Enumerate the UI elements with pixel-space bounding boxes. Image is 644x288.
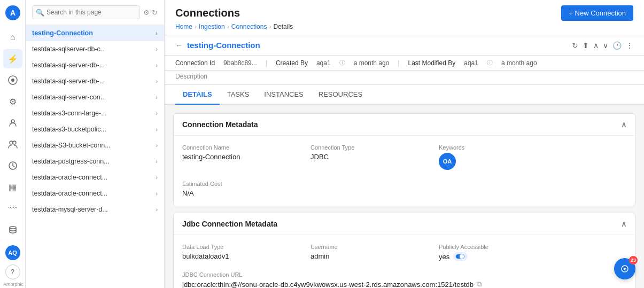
ingestion-nav-icon[interactable]: ⚡: [3, 49, 22, 68]
sidebar-item-testing-connection[interactable]: testing-Connection ›: [26, 25, 164, 41]
back-button[interactable]: ←: [175, 41, 183, 50]
chevron-right-icon: ›: [156, 126, 158, 133]
estimated-cost-value: N/A: [182, 189, 289, 197]
tab-resources[interactable]: RESOURCES: [311, 85, 370, 105]
filter-icon[interactable]: ⚙: [143, 9, 150, 17]
connection-name-label: Connection Name: [182, 144, 289, 151]
publicly-accessible-toggle: [453, 252, 468, 261]
user-nav-icon[interactable]: [3, 113, 22, 133]
sidebar-item-7[interactable]: testdata-S3-bucket-conn... ›: [26, 137, 164, 153]
detail-header: ← testing-Connection ↻ ⬆ ∧ ∨ 🕐 ⋮: [165, 35, 644, 56]
svg-point-4: [11, 120, 14, 123]
wave-nav-icon[interactable]: 〰: [3, 199, 22, 218]
left-navigation: A ⌂ ⚡ ⚙ ▦ 〰: [0, 0, 26, 288]
user-avatar[interactable]: AQ: [5, 245, 20, 260]
last-modified-time: a month ago: [501, 59, 537, 67]
search-input[interactable]: [32, 5, 140, 19]
more-options-icon[interactable]: ⋮: [626, 41, 633, 50]
tab-details[interactable]: DETAILS: [175, 85, 220, 105]
tab-tasks[interactable]: TASKS: [220, 85, 257, 105]
sidebar-item-label: testdata-sqlserver-db-c...: [32, 45, 156, 53]
share-icon[interactable]: ⬆: [583, 41, 589, 50]
chevron-right-icon: ›: [156, 94, 158, 100]
sidebar-item-label: testdata-mysql-server-d...: [32, 206, 156, 213]
storage-nav-icon[interactable]: [3, 220, 22, 239]
expand-down-icon[interactable]: ∨: [603, 41, 608, 50]
sidebar-item-11[interactable]: testdata-mysql-server-d... ›: [26, 201, 164, 217]
sidebar-item-9[interactable]: testdata-oracle-connect... ›: [26, 169, 164, 185]
created-time: a month ago: [354, 59, 390, 67]
created-by-info-icon: ⓘ: [339, 59, 345, 67]
jdbc-metadata-header: Jdbc Connection Metadata ∧: [174, 213, 635, 235]
new-connection-button[interactable]: + New Connection: [561, 5, 633, 21]
jdbc-metadata-body: Data Load Type bulkdataloadv1 Username a…: [174, 235, 635, 288]
breadcrumb: Home › Ingestion › Connections › Details: [175, 23, 633, 35]
breadcrumb-ingestion[interactable]: Ingestion: [199, 23, 225, 30]
data-load-type-value: bulkdataloadv1: [182, 252, 289, 260]
jdbc-metadata-row-1: Data Load Type bulkdataloadv1 Username a…: [182, 244, 626, 261]
refresh-icon[interactable]: ↻: [152, 9, 158, 17]
chevron-right-icon: ›: [156, 78, 158, 84]
main-content: Connections + New Connection Home › Inge…: [165, 0, 644, 288]
breadcrumb-connections[interactable]: Connections: [231, 23, 267, 30]
detail-title: testing-Connection: [187, 41, 260, 50]
help-icon[interactable]: ?: [5, 264, 20, 279]
collapse-connection-metadata-icon[interactable]: ∧: [621, 120, 626, 129]
group-nav-icon[interactable]: [3, 135, 22, 154]
breadcrumb-home[interactable]: Home: [175, 23, 192, 30]
chevron-right-icon: ›: [156, 46, 158, 52]
jdbc-metadata-card: Jdbc Connection Metadata ∧ Data Load Typ…: [173, 213, 635, 288]
collapse-jdbc-metadata-icon[interactable]: ∧: [621, 220, 626, 228]
sidebar-item-1[interactable]: testdata-sqlserver-db-c... ›: [26, 41, 164, 57]
settings-nav-icon[interactable]: ⚙: [3, 92, 22, 111]
detail-description-area: Description: [165, 71, 644, 85]
chevron-right-icon: ›: [156, 62, 158, 68]
history-icon[interactable]: 🕐: [612, 41, 622, 50]
estimated-cost-group: Estimated Cost N/A: [182, 181, 289, 197]
sidebar-item-6[interactable]: testdata-s3-bucketpolic... ›: [26, 121, 164, 137]
connection-type-label: Connection Type: [311, 144, 417, 151]
sidebar-item-4[interactable]: testdata-sql-server-con... ›: [26, 89, 164, 105]
sidebar-item-2[interactable]: testdata-sql-server-db-... ›: [26, 57, 164, 73]
chevron-right-icon: ›: [156, 142, 158, 149]
sidebar-item-label: testdata-S3-bucket-conn...: [32, 142, 156, 149]
chevron-right-icon: ›: [156, 206, 158, 213]
app-logo[interactable]: A: [4, 4, 21, 21]
expand-up-icon[interactable]: ∧: [593, 41, 599, 50]
sidebar-item-10[interactable]: testdata-oracle-connect... ›: [26, 185, 164, 201]
connection-name-value: testing-Connection: [182, 153, 289, 161]
sidebar-search-area: 🔍 ⚙ ↻: [26, 0, 164, 25]
created-by-label: Created By: [276, 59, 308, 67]
grid-nav-icon[interactable]: ▦: [3, 177, 22, 197]
sidebar-item-5[interactable]: testdata-s3-conn-large-... ›: [26, 105, 164, 121]
sidebar-list: testing-Connection › testdata-sqlserver-…: [26, 25, 164, 288]
detail-area: ← testing-Connection ↻ ⬆ ∧ ∨ 🕐 ⋮ Connect…: [165, 35, 644, 288]
jdbc-metadata-row-2: JDBC Connection URL jdbc:oracle:thin:@//…: [182, 271, 626, 288]
header-top: Connections + New Connection: [175, 5, 633, 21]
search-icon: 🔍: [36, 9, 44, 17]
home-nav-icon[interactable]: ⌂: [3, 28, 22, 47]
chevron-right-icon: ›: [156, 30, 158, 36]
clock-nav-icon[interactable]: [3, 156, 22, 175]
connection-id-value: 9bab8c89...: [223, 59, 257, 67]
connection-metadata-row-1: Connection Name testing-Connection Conne…: [182, 144, 626, 170]
support-widget[interactable]: 23: [614, 258, 635, 279]
breadcrumb-sep-1: ›: [195, 23, 197, 30]
refresh-detail-icon[interactable]: ↻: [572, 41, 578, 50]
copy-url-icon[interactable]: ⧉: [477, 280, 482, 288]
keywords-group: Keywords OA: [439, 144, 546, 170]
chevron-right-icon: ›: [156, 110, 158, 116]
sidebar-item-3[interactable]: testdata-sql-server-db-... ›: [26, 73, 164, 89]
meta-sep-2: |: [398, 59, 399, 67]
chevron-right-icon: ›: [156, 190, 158, 197]
username-value: admin: [311, 252, 417, 260]
sidebar-item-8[interactable]: testdata-postgress-conn... ›: [26, 153, 164, 169]
catalog-nav-icon[interactable]: [3, 71, 22, 90]
tab-instances[interactable]: INSTANCES: [257, 85, 311, 105]
connection-name-group: Connection Name testing-Connection: [182, 144, 289, 170]
svg-point-13: [624, 268, 626, 270]
svg-point-10: [460, 254, 464, 259]
svg-point-6: [13, 141, 16, 144]
chevron-right-icon: ›: [156, 158, 158, 165]
sidebar-item-label: testdata-sql-server-db-...: [32, 61, 156, 69]
